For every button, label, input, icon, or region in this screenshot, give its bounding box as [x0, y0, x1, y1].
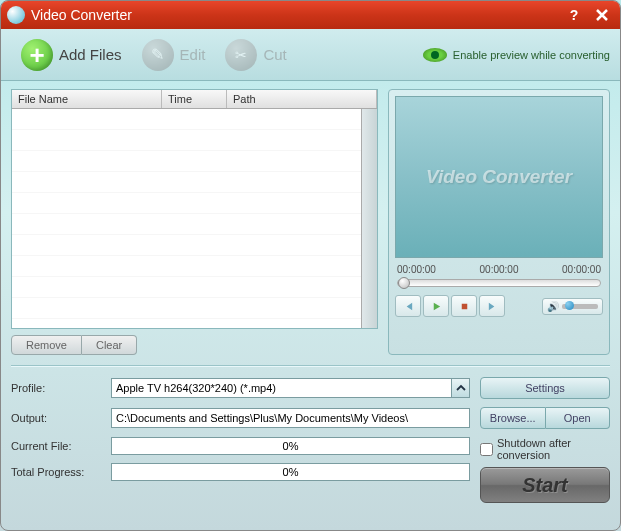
preview-toggle[interactable]: Enable preview while converting [423, 48, 610, 62]
svg-rect-0 [461, 303, 467, 309]
edit-button: Edit [132, 35, 216, 75]
play-button[interactable] [423, 295, 449, 317]
chevron-up-icon[interactable] [451, 379, 469, 397]
file-table-body[interactable] [12, 109, 361, 328]
open-button[interactable]: Open [546, 407, 611, 429]
plus-icon [21, 39, 53, 71]
shutdown-label: Shutdown after conversion [497, 437, 610, 461]
browse-button[interactable]: Browse... [480, 407, 546, 429]
prev-button[interactable] [395, 295, 421, 317]
cut-icon [225, 39, 257, 71]
scrollbar[interactable] [361, 109, 377, 328]
col-filename[interactable]: File Name [12, 90, 162, 108]
eye-icon [423, 48, 447, 62]
app-title: Video Converter [31, 7, 132, 23]
current-file-percent: 0% [283, 440, 299, 452]
col-path[interactable]: Path [227, 90, 377, 108]
time-mid: 00:00:00 [480, 264, 519, 275]
next-button[interactable] [479, 295, 505, 317]
edit-label: Edit [180, 46, 206, 63]
output-field[interactable]: C:\Documents and Settings\Plus\My Docume… [111, 408, 470, 428]
total-progress-percent: 0% [283, 466, 299, 478]
time-end: 00:00:00 [562, 264, 601, 275]
clear-button[interactable]: Clear [82, 335, 137, 355]
seek-slider[interactable] [397, 279, 601, 287]
time-start: 00:00:00 [397, 264, 436, 275]
profile-value: Apple TV h264(320*240) (*.mp4) [116, 382, 276, 394]
preview-toggle-label: Enable preview while converting [453, 49, 610, 61]
file-table: File Name Time Path [11, 89, 378, 329]
preview-watermark: Video Converter [426, 166, 572, 188]
output-label: Output: [11, 412, 101, 424]
shutdown-checkbox-row[interactable]: Shutdown after conversion [480, 437, 610, 461]
output-value: C:\Documents and Settings\Plus\My Docume… [116, 412, 408, 424]
shutdown-checkbox[interactable] [480, 443, 493, 456]
settings-button[interactable]: Settings [480, 377, 610, 399]
app-logo-icon [7, 6, 25, 24]
add-files-label: Add Files [59, 46, 122, 63]
col-time[interactable]: Time [162, 90, 227, 108]
remove-button[interactable]: Remove [11, 335, 82, 355]
start-button[interactable]: Start [480, 467, 610, 503]
total-progress: 0% [111, 463, 470, 481]
toolbar: Add Files Edit Cut Enable preview while … [1, 29, 620, 81]
close-button[interactable] [590, 5, 614, 25]
speaker-icon: 🔊 [547, 301, 559, 312]
seek-thumb[interactable] [398, 277, 410, 289]
cut-button: Cut [215, 35, 296, 75]
video-preview[interactable]: Video Converter [395, 96, 603, 258]
volume-slider[interactable] [562, 304, 598, 309]
help-button[interactable]: ? [562, 5, 586, 25]
stop-button[interactable] [451, 295, 477, 317]
volume-thumb[interactable] [565, 301, 574, 310]
current-file-progress: 0% [111, 437, 470, 455]
total-progress-label: Total Progress: [11, 466, 101, 478]
profile-select[interactable]: Apple TV h264(320*240) (*.mp4) [111, 378, 470, 398]
cut-label: Cut [263, 46, 286, 63]
current-file-label: Current File: [11, 440, 101, 452]
edit-icon [142, 39, 174, 71]
volume-control[interactable]: 🔊 [542, 298, 603, 315]
add-files-button[interactable]: Add Files [11, 35, 132, 75]
preview-panel: Video Converter 00:00:00 00:00:00 00:00:… [388, 89, 610, 355]
profile-label: Profile: [11, 382, 101, 394]
title-bar: Video Converter ? [1, 1, 620, 29]
